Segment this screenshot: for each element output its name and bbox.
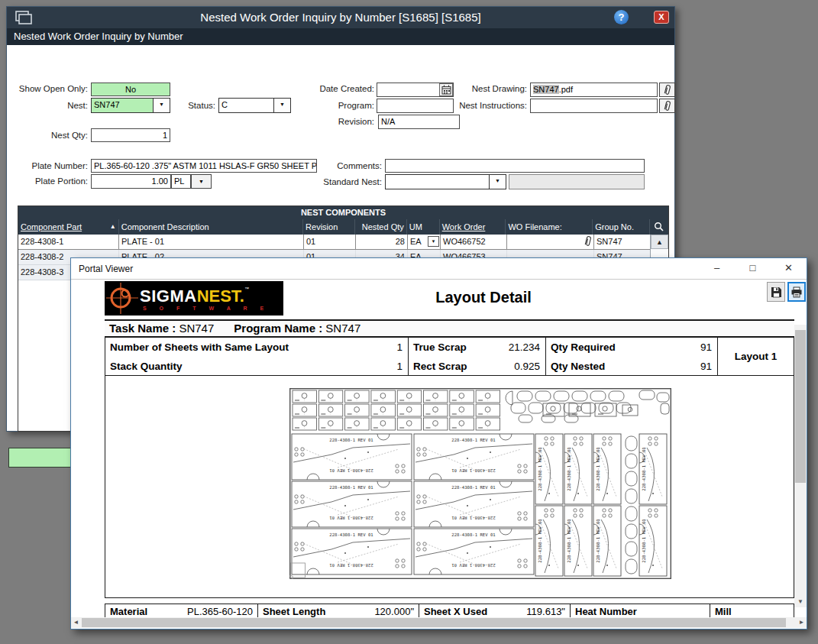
scroll-down-icon[interactable]: ▼: [794, 597, 807, 607]
revision-label: Revision:: [298, 115, 374, 128]
standard-nest-dropdown-icon[interactable]: ▼: [489, 175, 506, 189]
column-header[interactable]: Work Order: [440, 219, 506, 235]
nest-drawing-attachment-icon[interactable]: [659, 83, 675, 97]
nest-qty-field[interactable]: 1: [91, 128, 170, 142]
standard-nest-label: Standard Nest:: [302, 176, 382, 189]
vertical-scrollbar[interactable]: ▼: [794, 325, 807, 607]
nest-layout-drawing: 228-4308-1 REV 01228-4308-1 REV 01228-43…: [289, 388, 671, 579]
portal-title: Portal Viewer: [79, 264, 133, 274]
standard-nest-combo[interactable]: ▼: [385, 174, 506, 189]
column-header[interactable]: WO Filename:: [506, 219, 593, 235]
crosshair-icon: [105, 281, 140, 316]
qty-nested-label: Qty Nested: [551, 357, 605, 376]
printer-icon: [791, 286, 803, 298]
column-header[interactable]: UM: [407, 219, 440, 235]
table-header-row: Component Part▲Component DescriptionRevi…: [18, 219, 668, 235]
svg-text:228-4308-1 REV 01: 228-4308-1 REV 01: [451, 532, 495, 537]
minimize-button[interactable]: –: [699, 258, 735, 279]
program-label: Program:: [298, 99, 374, 112]
nest-layout-area: 228-4308-1 REV 01228-4308-1 REV 01228-43…: [105, 376, 794, 598]
print-button[interactable]: [787, 282, 806, 302]
column-header[interactable]: Component Description: [119, 219, 303, 235]
status-label: Status:: [142, 99, 215, 112]
qty-nested-value: 91: [700, 357, 712, 376]
vscroll-thumb[interactable]: [795, 330, 806, 483]
nest-instructions-attachment-icon[interactable]: [659, 99, 675, 113]
um-dropdown-icon[interactable]: ▼: [428, 236, 439, 247]
stack-label: Stack Quantity: [110, 357, 183, 376]
status-combo[interactable]: C ▼: [218, 98, 291, 113]
wo-attachment-icon[interactable]: [584, 235, 593, 250]
nest-instructions-label: Nest Instructions:: [447, 99, 527, 112]
qty-required-value: 91: [700, 338, 712, 357]
column-header[interactable]: Revision: [303, 219, 355, 235]
sigmanest-logo: SIGMANEST.™ S O F T W A R E: [105, 281, 283, 316]
svg-text:228-4308-1 REV 01: 228-4308-1 REV 01: [451, 563, 495, 568]
table-title: NEST COMPONENTS: [18, 206, 668, 219]
date-created-label: Date Created:: [298, 83, 374, 95]
cell-rev: 01: [304, 235, 356, 250]
svg-text:228-4308-1 REV 01: 228-4308-1 REV 01: [329, 563, 373, 568]
task-name-row: Task Name : SN747Program Name : SN747: [105, 319, 794, 337]
plate-portion-dropdown-icon[interactable]: ▼: [191, 174, 212, 189]
svg-text:228-4308-1 REV 01: 228-4308-1 REV 01: [329, 468, 373, 473]
svg-text:228-4308-1 REV 01: 228-4308-1 REV 01: [596, 519, 600, 562]
hscroll-thumb[interactable]: [82, 618, 786, 627]
comments-label: Comments:: [302, 160, 382, 173]
rect-scrap-label: Rect Scrap: [413, 357, 467, 376]
comments-field[interactable]: [385, 159, 645, 173]
svg-text:228-4308-1 REV 01: 228-4308-1 REV 01: [451, 438, 495, 442]
portal-close-button[interactable]: ✕: [771, 258, 807, 279]
portal-title-bar: Portal Viewer – □ ✕: [71, 258, 807, 280]
svg-text:228-4308-1 REV 01: 228-4308-1 REV 01: [538, 519, 542, 562]
nest-drawing-label: Nest Drawing:: [447, 83, 527, 95]
cell-group: SN747: [594, 235, 651, 250]
scroll-left-icon[interactable]: ◄: [71, 617, 81, 628]
close-button[interactable]: X: [654, 11, 669, 24]
svg-text:228-4308-1 REV 01: 228-4308-1 REV 01: [329, 532, 373, 537]
nest-qty-label: Nest Qty:: [7, 129, 88, 142]
cell-qty: 28: [356, 235, 408, 250]
cell-desc: PLATE - 01: [119, 235, 304, 250]
horizontal-scrollbar[interactable]: ◄ ►: [71, 617, 807, 628]
window-subtitle: Nested Work Order Inquiry by Number: [7, 28, 674, 45]
maximize-button[interactable]: □: [735, 258, 771, 279]
column-header[interactable]: Component Part▲: [18, 219, 119, 235]
table-row[interactable]: 228-4308-1PLATE - 010128EA▼WO466752SN747: [18, 235, 668, 250]
plate-number-label: Plate Number:: [7, 160, 88, 173]
nest-label: Nest:: [7, 99, 88, 112]
cell-wo: WO466752: [441, 235, 507, 250]
true-scrap-value: 21.234: [509, 338, 540, 357]
svg-text:228-4308-1 REV 01: 228-4308-1 REV 01: [451, 516, 495, 520]
plate-portion-field[interactable]: 1.00: [91, 174, 171, 189]
save-button[interactable]: [767, 282, 785, 302]
status-dropdown-icon[interactable]: ▼: [273, 99, 290, 112]
search-icon[interactable]: [650, 219, 668, 235]
program-field[interactable]: [377, 99, 454, 113]
title-bar: Nested Work Order Inquiry by Number [S16…: [7, 7, 674, 28]
show-open-only-field[interactable]: No: [91, 83, 170, 96]
rect-scrap-value: 0.925: [514, 357, 540, 376]
svg-text:228-4308-1 REV 01: 228-4308-1 REV 01: [451, 468, 495, 473]
cell-file: [507, 235, 594, 250]
nest-instructions-field[interactable]: [530, 99, 658, 113]
plate-portion-label: Plate Portion:: [7, 175, 88, 188]
column-header[interactable]: Group No.: [593, 219, 650, 235]
layout-stats-table: Number of Sheets with Same Layout1 Stack…: [105, 337, 794, 376]
cell-part: 228-4308-1: [18, 235, 119, 250]
layout-number: Layout 1: [718, 338, 794, 375]
show-open-only-label: Show Open Only:: [7, 83, 88, 95]
svg-text:228-4308-1 REV 01: 228-4308-1 REV 01: [538, 447, 542, 490]
sheets-label: Number of Sheets with Same Layout: [110, 338, 289, 357]
nest-drawing-field[interactable]: SN747.pdf: [530, 83, 658, 97]
portal-viewer-window: Portal Viewer – □ ✕ SIGMANEST.™ S O F T …: [70, 257, 807, 629]
column-header[interactable]: Nested Qty: [355, 219, 407, 235]
revision-field[interactable]: N/A: [378, 115, 460, 129]
plate-portion-unit: PL: [171, 174, 191, 189]
svg-text:228-4308-1 REV 01: 228-4308-1 REV 01: [329, 516, 373, 520]
scroll-up-icon[interactable]: ▲: [651, 235, 668, 249]
cell-um: EA▼: [408, 235, 441, 250]
scroll-right-icon[interactable]: ►: [797, 617, 807, 628]
help-button[interactable]: ?: [614, 10, 629, 24]
plate-number-field[interactable]: PL.365-60-120 .375" ASTM 1011 HSLAS-F GR…: [91, 159, 317, 173]
